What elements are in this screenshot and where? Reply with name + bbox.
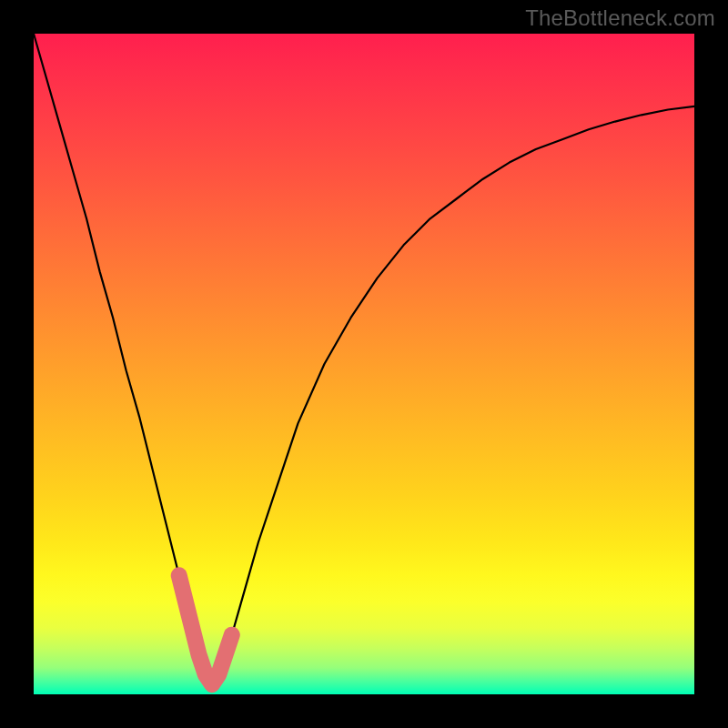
chart-frame: TheBottleneck.com [0,0,728,728]
watermark-text: TheBottleneck.com [525,5,715,31]
main-curve [34,34,694,684]
chart-overlay [34,34,694,694]
highlight-curve [179,575,232,684]
plot-area [34,34,694,694]
